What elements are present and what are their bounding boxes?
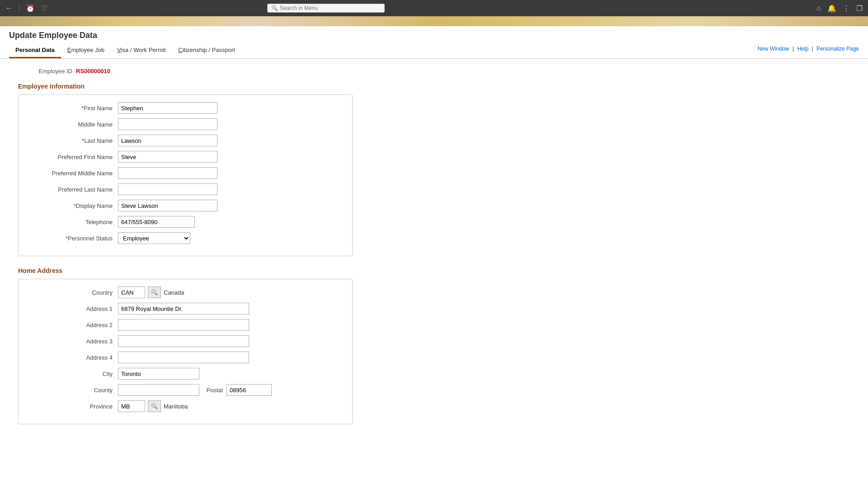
- top-navigation-bar: ← ⏰ ♡ 🔍 ⌂ 🔔 ⋮ ❐: [0, 0, 868, 16]
- fullscreen-icon[interactable]: ❐: [856, 4, 863, 13]
- country-code-input[interactable]: [118, 286, 145, 298]
- last-name-row: *Last Name: [28, 135, 343, 146]
- pref-middle-name-row: Preferred Middle Name: [28, 167, 343, 179]
- postal-label: Postal: [199, 387, 226, 394]
- province-input-group: 🔍 Manitoba: [118, 400, 188, 412]
- home-icon[interactable]: ⌂: [816, 4, 821, 12]
- help-link[interactable]: Help: [797, 46, 808, 52]
- pref-first-name-input[interactable]: [118, 151, 217, 163]
- tab-visa-work-permit[interactable]: Visa / Work Permit: [111, 43, 172, 58]
- city-label: City: [28, 371, 118, 377]
- display-name-row: *Display Name: [28, 200, 343, 211]
- address1-row: Address 1: [28, 303, 343, 314]
- personnel-status-label: *Personnel Status: [28, 235, 118, 242]
- home-address-header: Home Address: [18, 267, 850, 274]
- pref-last-name-row: Preferred Last Name: [28, 183, 343, 195]
- county-input[interactable]: [118, 384, 199, 396]
- address1-input[interactable]: [118, 303, 249, 314]
- back-icon[interactable]: ←: [5, 4, 13, 12]
- top-bar-right-icons: ⌂ 🔔 ⋮ ❐: [816, 4, 863, 13]
- last-name-input[interactable]: [118, 135, 217, 146]
- country-name-display: Canada: [164, 289, 184, 296]
- tab-citizenship-passport[interactable]: Citizenship / Passport: [172, 43, 241, 58]
- country-input-group: 🔍 Canada: [118, 286, 184, 298]
- separator1: |: [793, 46, 795, 52]
- address4-row: Address 4: [28, 352, 343, 363]
- employee-id-label: Employee ID: [18, 68, 72, 75]
- first-name-row: *First Name: [28, 102, 343, 114]
- telephone-input[interactable]: [118, 216, 195, 228]
- search-icon: 🔍: [271, 5, 278, 11]
- employee-id-row: Employee ID RS00000010: [18, 68, 850, 75]
- first-name-input[interactable]: [118, 102, 217, 114]
- telephone-label: Telephone: [28, 219, 118, 225]
- tab-employee-job-label: Employee Job: [67, 47, 104, 53]
- middle-name-row: Middle Name: [28, 118, 343, 130]
- tab-personal-data-label: Personal Data: [15, 47, 55, 53]
- address3-label: Address 3: [28, 338, 118, 345]
- home-address-card: Country 🔍 Canada Address 1 Address 2 Add…: [18, 279, 353, 424]
- country-lookup-button[interactable]: 🔍: [148, 286, 161, 298]
- country-label: Country: [28, 289, 118, 296]
- clock-icon[interactable]: ⏰: [26, 4, 35, 13]
- tab-citizenship-passport-label: Citizenship / Passport: [178, 47, 235, 53]
- personnel-status-select[interactable]: Employee Contractor Retiree Terminated: [118, 232, 190, 244]
- province-name-display: Manitoba: [164, 403, 188, 410]
- address3-input[interactable]: [118, 335, 249, 347]
- first-name-label: *First Name: [28, 105, 118, 112]
- address4-label: Address 4: [28, 354, 118, 361]
- address1-label: Address 1: [28, 305, 118, 312]
- new-window-link[interactable]: New Window: [758, 46, 789, 52]
- pref-last-name-label: Preferred Last Name: [28, 186, 118, 193]
- tab-bar-actions: New Window | Help | Personalize Page: [758, 46, 859, 52]
- address4-input[interactable]: [118, 352, 249, 363]
- search-box[interactable]: 🔍: [267, 4, 385, 13]
- province-code-input[interactable]: [118, 400, 145, 412]
- separator2: |: [811, 46, 814, 52]
- top-bar-left-icons: ← ⏰ ♡: [5, 4, 47, 13]
- address2-row: Address 2: [28, 319, 343, 331]
- search-icon: 🔍: [151, 289, 158, 296]
- divider: [19, 4, 19, 13]
- pref-first-name-row: Preferred First Name: [28, 151, 343, 163]
- address3-row: Address 3: [28, 335, 343, 347]
- menu-icon[interactable]: ⋮: [843, 4, 850, 13]
- country-row: Country 🔍 Canada: [28, 286, 343, 298]
- search-input[interactable]: [280, 5, 379, 11]
- pref-last-name-input[interactable]: [118, 183, 217, 195]
- county-label: County: [28, 387, 118, 394]
- search-icon: 🔍: [151, 403, 158, 409]
- pref-middle-name-label: Preferred Middle Name: [28, 170, 118, 177]
- display-name-input[interactable]: [118, 200, 217, 211]
- tab-visa-work-permit-label: Visa / Work Permit: [117, 47, 165, 53]
- province-label: Province: [28, 403, 118, 410]
- address2-label: Address 2: [28, 322, 118, 328]
- middle-name-label: Middle Name: [28, 121, 118, 128]
- employee-info-header: Employee Information: [18, 83, 850, 90]
- personalize-link[interactable]: Personalize Page: [816, 46, 859, 52]
- last-name-label: *Last Name: [28, 137, 118, 144]
- page-content: Employee ID RS00000010 Employee Informat…: [0, 59, 868, 444]
- postal-input[interactable]: [226, 384, 272, 396]
- pref-first-name-label: Preferred First Name: [28, 154, 118, 160]
- page-title: Update Employee Data: [0, 26, 868, 43]
- city-row: City: [28, 368, 343, 380]
- display-name-label: *Display Name: [28, 202, 118, 209]
- favorites-icon[interactable]: ♡: [41, 4, 47, 13]
- tab-personal-data[interactable]: Personal Data: [9, 43, 61, 58]
- notification-icon[interactable]: 🔔: [827, 4, 836, 13]
- employee-info-card: *First Name Middle Name *Last Name Prefe…: [18, 94, 353, 256]
- banner-strip: [0, 16, 868, 26]
- province-lookup-button[interactable]: 🔍: [148, 400, 161, 412]
- employee-id-value: RS00000010: [76, 68, 110, 75]
- personnel-status-row: *Personnel Status Employee Contractor Re…: [28, 232, 343, 244]
- pref-middle-name-input[interactable]: [118, 167, 217, 179]
- address2-input[interactable]: [118, 319, 249, 331]
- middle-name-input[interactable]: [118, 118, 217, 130]
- tab-employee-job[interactable]: Employee Job: [61, 43, 111, 58]
- tab-bar: Personal Data Employee Job Visa / Work P…: [0, 43, 868, 59]
- telephone-row: Telephone: [28, 216, 343, 228]
- county-postal-row: County Postal: [28, 384, 343, 396]
- province-row: Province 🔍 Manitoba: [28, 400, 343, 412]
- city-input[interactable]: [118, 368, 199, 380]
